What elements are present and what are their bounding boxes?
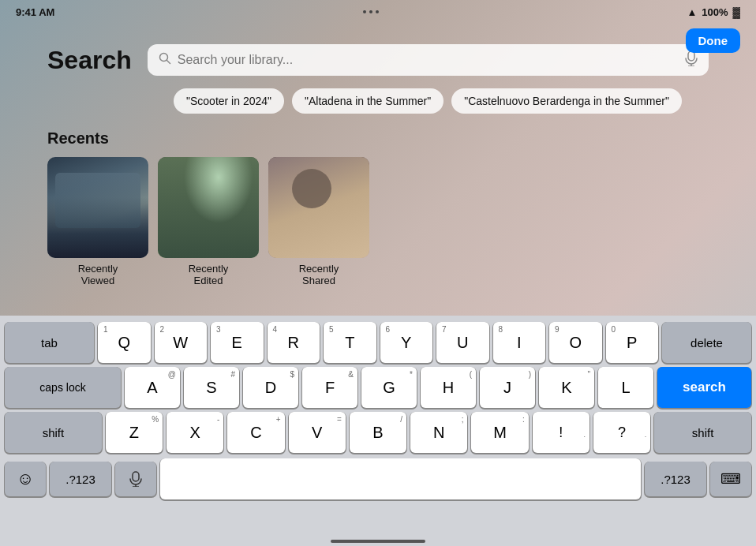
key-m[interactable]: :M bbox=[471, 412, 528, 453]
key-o[interactable]: 9O bbox=[549, 322, 602, 363]
keyboard-row-1: tab 1Q 2W 3E 4R 5T 6Y 7U 8I 9O 0P delete bbox=[5, 322, 751, 363]
key-c[interactable]: +C bbox=[227, 412, 284, 453]
recents-section: Recents RecentlyViewed RecentlyEdited Re… bbox=[47, 129, 709, 286]
recent-thumb-edited bbox=[158, 157, 259, 258]
wifi-icon: ▲ bbox=[687, 6, 697, 18]
search-input[interactable] bbox=[178, 53, 679, 67]
key-v[interactable]: =V bbox=[289, 412, 346, 453]
key-k[interactable]: "K bbox=[539, 367, 594, 408]
suggestion-chip-2[interactable]: "Castelnuovo Berardenga in the Summer" bbox=[451, 88, 682, 114]
key-h[interactable]: (H bbox=[421, 367, 476, 408]
key-d[interactable]: $D bbox=[243, 367, 298, 408]
key-num-left[interactable]: .?123 bbox=[50, 462, 111, 496]
search-bar[interactable] bbox=[148, 44, 709, 76]
recent-label-edited: RecentlyEdited bbox=[189, 263, 229, 286]
status-time: 9:41 AM bbox=[16, 6, 54, 18]
key-s[interactable]: #S bbox=[184, 367, 239, 408]
svg-rect-5 bbox=[133, 472, 139, 481]
keyboard-bottom-row: ☺ .?123 .?123 ⌨ bbox=[5, 458, 751, 499]
recent-label-viewed: RecentlyViewed bbox=[78, 263, 118, 286]
key-question[interactable]: ?. bbox=[593, 412, 650, 453]
key-tab[interactable]: tab bbox=[5, 322, 94, 363]
key-r[interactable]: 4R bbox=[268, 322, 320, 363]
suggestions-row: "Scooter in 2024" "Altadena in the Summe… bbox=[47, 88, 709, 114]
key-shift-left[interactable]: shift bbox=[5, 412, 102, 453]
svg-line-1 bbox=[167, 61, 170, 64]
key-w[interactable]: 2W bbox=[155, 322, 208, 363]
key-l[interactable]: L bbox=[598, 367, 653, 408]
key-delete[interactable]: delete bbox=[662, 322, 751, 363]
key-space[interactable] bbox=[160, 458, 641, 499]
keyboard-row-3: shift %Z -X +C =V /B ;N :M !. ?. shift bbox=[5, 412, 751, 453]
key-emoji[interactable]: ☺ bbox=[5, 462, 46, 496]
status-bar: 9:41 AM ▲ 100% ▓ bbox=[0, 0, 756, 24]
battery-percent: 100% bbox=[702, 6, 728, 18]
suggestion-chip-1[interactable]: "Altadena in the Summer" bbox=[292, 88, 443, 114]
status-right: ▲ 100% ▓ bbox=[687, 6, 740, 18]
main-content: Search "Scooter in 2024" "Altadena bbox=[0, 24, 756, 323]
key-capslock[interactable]: caps lock bbox=[5, 367, 121, 408]
key-e[interactable]: 3E bbox=[211, 322, 264, 363]
key-z[interactable]: %Z bbox=[106, 412, 163, 453]
key-p[interactable]: 0P bbox=[606, 322, 659, 363]
recent-item-viewed[interactable]: RecentlyViewed bbox=[47, 157, 148, 286]
key-dismiss[interactable]: ⌨ bbox=[710, 462, 751, 496]
key-f[interactable]: &F bbox=[302, 367, 357, 408]
key-g[interactable]: *G bbox=[361, 367, 417, 408]
key-u[interactable]: 7U bbox=[436, 322, 489, 363]
key-t[interactable]: 5T bbox=[324, 322, 376, 363]
key-n[interactable]: ;N bbox=[410, 412, 467, 453]
key-a[interactable]: @A bbox=[125, 367, 180, 408]
recent-label-shared: RecentlyShared bbox=[299, 263, 339, 286]
key-x[interactable]: -X bbox=[167, 412, 223, 453]
key-q[interactable]: 1Q bbox=[98, 322, 151, 363]
suggestion-chip-0[interactable]: "Scooter in 2024" bbox=[174, 88, 284, 114]
search-icon bbox=[159, 52, 171, 68]
status-dots bbox=[363, 10, 379, 13]
key-mic[interactable] bbox=[115, 462, 156, 496]
recent-item-edited[interactable]: RecentlyEdited bbox=[158, 157, 259, 286]
key-num-right[interactable]: .?123 bbox=[645, 462, 706, 496]
home-indicator bbox=[331, 540, 425, 543]
recents-title: Recents bbox=[47, 129, 709, 148]
recent-thumb-viewed bbox=[47, 157, 148, 258]
done-button[interactable]: Done bbox=[686, 28, 741, 53]
recent-thumb-shared bbox=[268, 157, 369, 258]
search-title: Search bbox=[47, 46, 132, 75]
battery-icon: ▓ bbox=[733, 6, 740, 18]
key-search[interactable]: search bbox=[657, 367, 751, 408]
recents-grid: RecentlyViewed RecentlyEdited RecentlySh… bbox=[47, 157, 709, 286]
search-header: Search bbox=[47, 44, 709, 76]
key-b[interactable]: /B bbox=[350, 412, 406, 453]
recent-item-shared[interactable]: RecentlyShared bbox=[268, 157, 369, 286]
mic-icon[interactable] bbox=[685, 50, 698, 69]
key-shift-right[interactable]: shift bbox=[654, 412, 751, 453]
keyboard-row-2: caps lock @A #S $D &F *G (H )J "K L sear… bbox=[5, 367, 751, 408]
key-j[interactable]: )J bbox=[480, 367, 535, 408]
keyboard: tab 1Q 2W 3E 4R 5T 6Y 7U 8I 9O 0P delete… bbox=[0, 316, 756, 546]
key-y[interactable]: 6Y bbox=[380, 322, 433, 363]
key-exclaim[interactable]: !. bbox=[533, 412, 589, 453]
key-i[interactable]: 8I bbox=[493, 322, 546, 363]
